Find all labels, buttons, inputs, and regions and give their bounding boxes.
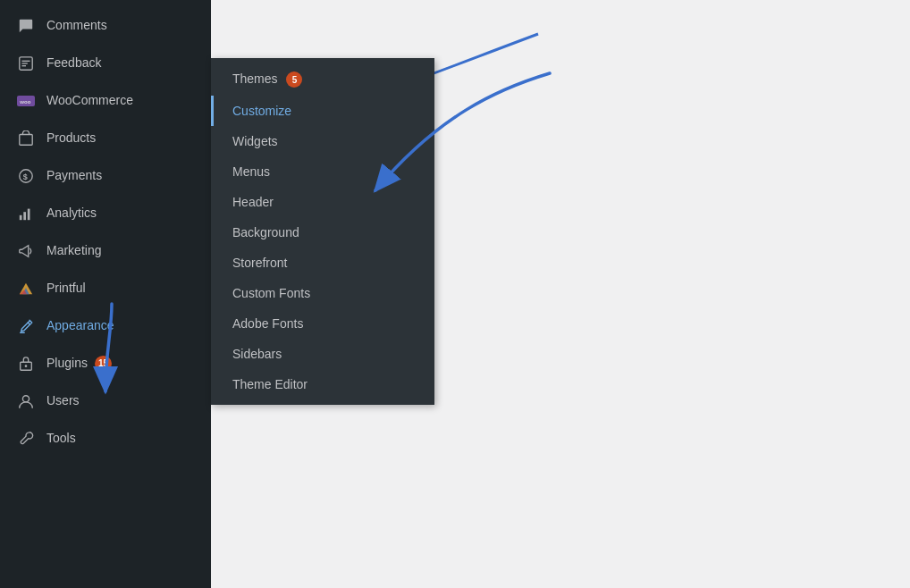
sidebar: Comments Feedback woo WooCommerce	[0, 0, 211, 588]
submenu-item-storefront[interactable]: Storefront	[211, 248, 434, 278]
sidebar-item-analytics[interactable]: Analytics	[0, 195, 211, 232]
submenu-item-label: Storefront	[232, 256, 287, 270]
sidebar-item-products[interactable]: Products	[0, 120, 211, 157]
sidebar-item-appearance[interactable]: Appearance	[0, 307, 211, 345]
submenu-item-label: Adobe Fonts	[232, 316, 303, 331]
submenu-item-customize[interactable]: Customize	[211, 96, 434, 126]
sidebar-item-label: Analytics	[46, 205, 97, 223]
sidebar-item-label: Plugins 15	[46, 355, 112, 373]
analytics-icon	[16, 204, 36, 223]
sidebar-item-marketing[interactable]: Marketing	[0, 232, 211, 270]
submenu-item-theme-editor[interactable]: Theme Editor	[211, 369, 434, 399]
sidebar-item-printful[interactable]: Printful	[0, 270, 211, 307]
sidebar-item-label: Feedback	[46, 55, 101, 72]
svg-rect-11	[28, 209, 30, 221]
svg-point-19	[22, 396, 29, 402]
comments-icon	[16, 16, 36, 36]
submenu-item-label: Header	[232, 195, 274, 209]
sidebar-item-feedback[interactable]: Feedback	[0, 45, 211, 82]
woocommerce-icon: woo	[16, 91, 36, 111]
sidebar-item-label: Comments	[46, 17, 107, 35]
users-icon	[16, 391, 36, 411]
svg-text:$: $	[23, 172, 28, 181]
plugins-icon	[16, 354, 36, 374]
submenu-item-label: Menus	[232, 164, 270, 179]
marketing-icon	[16, 241, 36, 261]
svg-rect-6	[20, 135, 32, 146]
sidebar-item-label: Marketing	[46, 242, 101, 260]
submenu-item-themes[interactable]: Themes 5	[211, 63, 434, 96]
payments-icon: $	[16, 166, 36, 186]
sidebar-item-label: Products	[46, 130, 96, 147]
plugins-badge: 15	[95, 356, 112, 372]
themes-badge: 5	[286, 71, 302, 88]
sidebar-item-label: Appearance	[46, 317, 114, 335]
submenu-item-background[interactable]: Background	[211, 217, 434, 248]
feedback-icon	[16, 54, 36, 73]
submenu-item-label: Background	[232, 225, 299, 239]
submenu-item-widgets[interactable]: Widgets	[211, 126, 434, 156]
sidebar-item-users[interactable]: Users	[0, 382, 211, 420]
submenu-item-adobe-fonts[interactable]: Adobe Fonts	[211, 308, 434, 339]
svg-point-18	[25, 365, 28, 367]
sidebar-item-label: Payments	[46, 167, 102, 185]
submenu-item-sidebars[interactable]: Sidebars	[211, 339, 434, 369]
svg-rect-10	[23, 212, 26, 220]
svg-text:woo: woo	[19, 99, 30, 105]
submenu-item-header[interactable]: Header	[211, 187, 434, 217]
sidebar-item-label: Tools	[46, 430, 76, 448]
sidebar-item-label: Users	[46, 392, 80, 410]
sidebar-item-tools[interactable]: Tools	[0, 420, 211, 458]
submenu-item-label: Customize	[232, 104, 291, 118]
submenu-item-menus[interactable]: Menus	[211, 156, 434, 187]
printful-icon	[16, 279, 36, 298]
products-icon	[16, 129, 36, 148]
submenu-item-custom-fonts[interactable]: Custom Fonts	[211, 278, 434, 308]
submenu-item-label: Sidebars	[232, 347, 282, 361]
svg-rect-9	[20, 215, 22, 220]
sidebar-item-comments[interactable]: Comments	[0, 7, 211, 45]
sidebar-item-label: Printful	[46, 280, 86, 298]
appearance-submenu: Themes 5 Customize Widgets Menus Header …	[211, 58, 434, 405]
sidebar-item-label: WooCommerce	[46, 92, 133, 110]
submenu-item-label: Themes	[232, 71, 278, 86]
sidebar-item-payments[interactable]: $ Payments	[0, 157, 211, 195]
submenu-item-label: Widgets	[232, 134, 278, 148]
appearance-icon	[16, 316, 36, 336]
sidebar-item-plugins[interactable]: Plugins 15	[0, 345, 211, 382]
submenu-item-label: Custom Fonts	[232, 286, 310, 300]
submenu-item-label: Theme Editor	[232, 377, 308, 391]
sidebar-item-woocommerce[interactable]: woo WooCommerce	[0, 82, 211, 120]
tools-icon	[16, 429, 36, 449]
